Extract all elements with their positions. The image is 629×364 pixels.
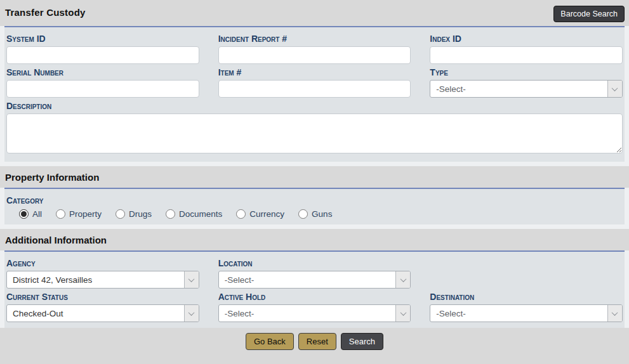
type-select-value: -Select- (430, 84, 607, 94)
chevron-down-icon (607, 305, 622, 322)
location-select[interactable]: -Select- (218, 271, 411, 289)
transfer-custody-page: Transfer Custody Barcode Search System I… (0, 0, 629, 364)
page-title: Transfer Custody (5, 7, 624, 18)
description-textarea[interactable] (6, 114, 623, 153)
agency-select[interactable]: District 42, Versailles (6, 271, 199, 289)
property-information-panel: Category All Property Drugs Documents Cu… (4, 188, 625, 224)
chevron-down-icon (607, 81, 622, 97)
index-id-input[interactable] (430, 46, 623, 64)
agency-label: Agency (6, 258, 199, 268)
active-hold-select[interactable]: -Select- (218, 304, 411, 322)
incident-report-field: Incident Report # (218, 30, 411, 64)
system-id-input[interactable] (6, 46, 199, 64)
category-option-label: Documents (179, 209, 222, 219)
additional-information-panel: Agency District 42, Versailles Location … (4, 250, 625, 328)
chevron-down-icon (395, 271, 410, 288)
description-label: Description (6, 101, 623, 111)
category-option-all[interactable]: All (19, 209, 42, 219)
system-id-label: System ID (6, 34, 199, 44)
category-option-label: Currency (249, 209, 284, 219)
category-radio-property[interactable] (56, 209, 65, 219)
destination-label: Destination (430, 292, 623, 302)
current-status-select[interactable]: Checked-Out (6, 304, 199, 322)
category-radio-group: All Property Drugs Documents Currency Gu… (19, 209, 623, 219)
search-fields-row-2: Serial Number Item # Type -Select- (6, 64, 623, 98)
page-header: Transfer Custody Barcode Search (0, 0, 629, 26)
current-status-select-value: Checked-Out (7, 309, 184, 318)
category-radio-currency[interactable] (236, 209, 246, 219)
chevron-down-icon (184, 271, 199, 288)
system-id-field: System ID (6, 30, 199, 64)
item-number-input[interactable] (218, 80, 411, 98)
search-criteria-panel: System ID Incident Report # Index ID Ser… (4, 26, 625, 162)
serial-number-field: Serial Number (6, 64, 199, 98)
category-option-currency[interactable]: Currency (236, 209, 284, 219)
description-field: Description (6, 101, 623, 156)
search-button[interactable]: Search (341, 333, 383, 350)
category-option-label: Property (69, 209, 102, 219)
category-option-label: Guns (312, 209, 332, 219)
incident-report-label: Incident Report # (218, 34, 411, 44)
index-id-field: Index ID (430, 30, 623, 64)
category-radio-drugs[interactable] (116, 209, 125, 219)
additional-information-header: Additional Information (0, 229, 629, 250)
index-id-label: Index ID (430, 34, 623, 44)
active-hold-label: Active Hold (218, 292, 411, 302)
additional-fields-row-2: Current Status Checked-Out Active Hold -… (6, 289, 623, 322)
serial-number-input[interactable] (6, 80, 199, 98)
category-option-drugs[interactable]: Drugs (116, 209, 152, 219)
agency-field: Agency District 42, Versailles (6, 255, 199, 289)
search-fields-row-1: System ID Incident Report # Index ID (6, 30, 623, 64)
barcode-search-button[interactable]: Barcode Search (553, 6, 625, 22)
spacer-cell (430, 255, 623, 289)
current-status-field: Current Status Checked-Out (6, 289, 199, 322)
item-number-label: Item # (218, 67, 411, 77)
property-information-heading: Property Information (5, 172, 624, 183)
chevron-down-icon (184, 305, 199, 322)
category-radio-guns[interactable] (298, 209, 308, 219)
category-option-guns[interactable]: Guns (298, 209, 332, 219)
destination-select[interactable]: -Select- (430, 304, 623, 322)
category-option-label: Drugs (129, 209, 152, 219)
serial-number-label: Serial Number (6, 67, 199, 77)
reset-button[interactable]: Reset (298, 333, 336, 350)
go-back-button[interactable]: Go Back (246, 333, 294, 350)
category-option-documents[interactable]: Documents (166, 209, 222, 219)
category-label: Category (6, 195, 623, 205)
type-select[interactable]: -Select- (430, 80, 623, 98)
location-field: Location -Select- (218, 255, 411, 289)
category-radio-all[interactable] (19, 209, 29, 219)
active-hold-field: Active Hold -Select- (218, 289, 411, 322)
category-option-label: All (32, 209, 42, 219)
destination-field: Destination -Select- (430, 289, 623, 322)
item-number-field: Item # (218, 64, 411, 98)
agency-select-value: District 42, Versailles (7, 275, 184, 285)
current-status-label: Current Status (6, 292, 199, 302)
location-select-value: -Select- (219, 275, 396, 285)
category-radio-documents[interactable] (166, 209, 175, 219)
active-hold-select-value: -Select- (219, 309, 396, 318)
additional-fields-row-1: Agency District 42, Versailles Location … (6, 255, 623, 289)
chevron-down-icon (395, 305, 410, 322)
property-information-header: Property Information (0, 166, 629, 188)
incident-report-input[interactable] (218, 46, 411, 64)
section-gap (0, 224, 629, 229)
type-label: Type (430, 67, 623, 77)
additional-information-heading: Additional Information (5, 235, 624, 245)
category-option-property[interactable]: Property (56, 209, 102, 219)
action-bar: Go Back Reset Search (0, 328, 629, 364)
type-field: Type -Select- (430, 64, 623, 98)
section-gap (0, 162, 629, 166)
destination-select-value: -Select- (430, 309, 607, 318)
location-label: Location (218, 258, 411, 268)
